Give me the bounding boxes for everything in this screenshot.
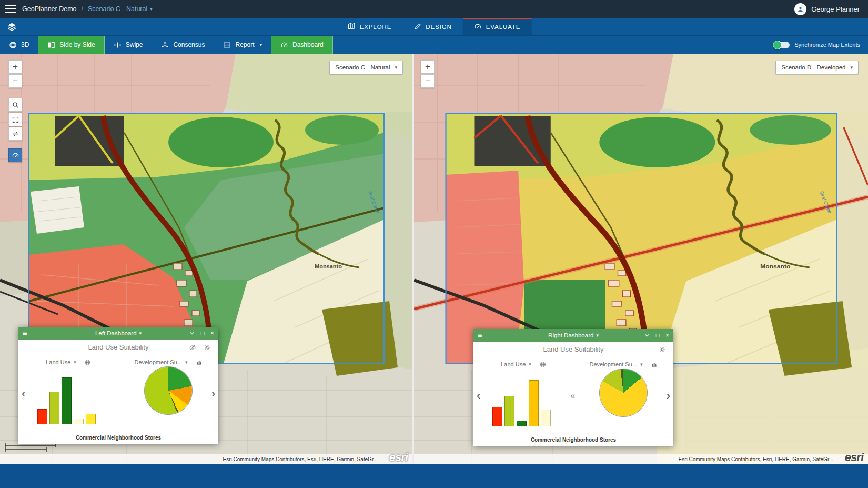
breadcrumb: GeoPlanner Demo / Scenario C - Natural▾ xyxy=(22,5,153,13)
search-icon xyxy=(12,101,19,109)
caret-down-icon: ▾ xyxy=(74,360,76,365)
tool-label: 3D xyxy=(21,41,29,48)
widget-label: Land Use xyxy=(501,361,526,367)
breadcrumb-project: GeoPlanner Demo xyxy=(22,5,77,13)
toggle-knob xyxy=(773,41,782,49)
left-dashboard-header[interactable]: ≡ Left Dashboard▾ □ × xyxy=(18,327,218,340)
tool-side-by-side[interactable]: Side by Side xyxy=(38,36,104,54)
tool-3d[interactable]: 3D xyxy=(0,36,38,54)
esri-logo: esri xyxy=(845,452,863,463)
tool-swipe[interactable]: Swipe xyxy=(105,36,153,54)
zoom-in-button[interactable]: + xyxy=(8,60,22,74)
layers-icon xyxy=(7,22,16,31)
widget-development-suitability: Development Su... ▾ xyxy=(118,355,218,432)
tool-consensus[interactable]: Consensus xyxy=(152,36,214,54)
sync-extents-label: Synchronize Map Extents xyxy=(794,42,860,48)
top-bar: GeoPlanner Demo / Scenario C - Natural▾ … xyxy=(0,0,868,18)
sync-extents-toggle[interactable] xyxy=(774,42,790,48)
layers-panel-button[interactable] xyxy=(0,18,23,35)
globe-icon xyxy=(84,359,91,366)
evaluate-toolbar: 3D Side by Side Swipe Consensus Report▾ … xyxy=(0,35,868,54)
report-icon xyxy=(223,41,231,49)
map-icon xyxy=(348,23,356,31)
right-dashboard-panel: ≡ Right Dashboard▾ □ × Land Use Suitabil… xyxy=(473,329,673,446)
zoom-out-button[interactable]: − xyxy=(8,74,22,88)
scenario-select-label: Scenario C - Natural xyxy=(335,64,390,71)
breadcrumb-separator: / xyxy=(82,5,83,13)
sync-extents-control: Synchronize Map Extents xyxy=(774,36,868,54)
tool-report[interactable]: Report▾ xyxy=(214,36,271,54)
tab-explore[interactable]: EXPLORE xyxy=(337,18,403,35)
zoom-in-button[interactable]: + xyxy=(421,60,435,74)
hamburger-menu-icon[interactable] xyxy=(5,5,16,13)
close-icon[interactable]: × xyxy=(665,332,669,338)
tool-label: Report xyxy=(235,41,254,48)
widget-type-select[interactable]: Land Use ▾ xyxy=(18,355,118,369)
widget-page-back-button[interactable]: « xyxy=(570,392,575,400)
dashboard-title: Right Dashboard xyxy=(548,332,593,338)
dashboard-title-dropdown[interactable]: Right Dashboard▾ xyxy=(548,332,599,338)
tab-label: EVALUATE xyxy=(486,24,521,30)
gauge-icon xyxy=(474,23,482,31)
geoplanner-app: GeoPlanner Demo / Scenario C - Natural▾ … xyxy=(0,0,868,488)
map-attribution: Esri Community Maps Contributors, Esri, … xyxy=(0,454,412,464)
map-label-place: Monsanto xyxy=(760,263,790,269)
widget-type-select[interactable]: Land Use ▾ xyxy=(473,357,573,371)
widget-next-button[interactable]: › xyxy=(667,390,670,402)
previous-extent-button[interactable] xyxy=(8,127,22,141)
consensus-icon xyxy=(161,41,169,49)
gear-icon[interactable] xyxy=(204,344,211,351)
zoom-out-glyph: − xyxy=(425,76,430,86)
maximize-icon[interactable]: □ xyxy=(656,332,660,338)
zoom-out-glyph: − xyxy=(13,76,18,86)
caret-down-icon: ▾ xyxy=(395,65,397,70)
close-icon[interactable]: × xyxy=(210,330,214,336)
dashboard-title-dropdown[interactable]: Left Dashboard▾ xyxy=(95,330,142,336)
dashboard-menu-icon[interactable]: ≡ xyxy=(23,330,27,337)
user-menu[interactable]: George Planner xyxy=(794,3,868,15)
scenario-select-left[interactable]: Scenario C - Natural ▾ xyxy=(329,61,403,74)
caret-down-icon: ▾ xyxy=(850,65,853,70)
widget-prev-button[interactable]: ‹ xyxy=(22,388,25,400)
search-button[interactable] xyxy=(8,98,22,112)
bar-chart-icon xyxy=(651,361,658,368)
scenario-select-right[interactable]: Scenario D - Developed ▾ xyxy=(775,61,859,74)
dashboard-menu-icon[interactable]: ≡ xyxy=(478,332,482,339)
nav-bar: EXPLORE DESIGN EVALUATE xyxy=(0,18,868,35)
breadcrumb-scenario-dropdown[interactable]: Scenario C - Natural▾ xyxy=(88,5,153,13)
tab-label: EXPLORE xyxy=(360,24,392,30)
dashboard-tool-button[interactable] xyxy=(8,148,22,162)
globe-icon xyxy=(539,361,546,368)
dashboard-title: Left Dashboard xyxy=(95,330,137,336)
suitability-pie-chart xyxy=(145,367,192,414)
collapse-icon[interactable] xyxy=(644,332,650,338)
tool-dashboard[interactable]: Dashboard xyxy=(271,36,333,54)
chart-caption: Commercial Neighborhood Stores xyxy=(473,434,673,445)
widget-land-use: Land Use ▾ xyxy=(18,355,118,432)
user-avatar[interactable] xyxy=(794,3,806,15)
tab-evaluate[interactable]: EVALUATE xyxy=(463,18,532,35)
tab-label: DESIGN xyxy=(426,24,452,30)
gear-icon[interactable] xyxy=(659,346,666,353)
zoom-out-button[interactable]: − xyxy=(421,74,435,88)
tab-design[interactable]: DESIGN xyxy=(402,18,463,35)
widget-development-suitability: Development Su... ▾ xyxy=(573,357,673,434)
bar-chart-icon xyxy=(196,359,203,366)
visibility-off-icon[interactable] xyxy=(189,344,196,351)
maximize-icon[interactable]: □ xyxy=(201,330,205,336)
collapse-icon[interactable] xyxy=(189,330,195,336)
columns-icon xyxy=(47,41,55,49)
map-label-place: Monsanto xyxy=(315,263,342,270)
dashboard-panel-title: Land Use Suitability xyxy=(88,343,149,351)
scenario-select-label: Scenario D - Developed xyxy=(781,64,845,71)
bottom-bar xyxy=(0,464,868,488)
widget-prev-button[interactable]: ‹ xyxy=(477,390,480,402)
map-compare-container: Monsanto Seal Creek + − Scenario C - Nat… xyxy=(0,54,868,464)
caret-down-icon: ▾ xyxy=(640,362,643,367)
widget-land-use: Land Use ▾ xyxy=(473,357,573,434)
chart-caption: Commercial Neighborhood Stores xyxy=(18,432,218,443)
right-dashboard-header[interactable]: ≡ Right Dashboard▾ □ × xyxy=(473,329,673,342)
full-extent-button[interactable] xyxy=(8,113,22,126)
widget-next-button[interactable]: › xyxy=(211,388,215,400)
user-name: George Planner xyxy=(811,5,860,13)
